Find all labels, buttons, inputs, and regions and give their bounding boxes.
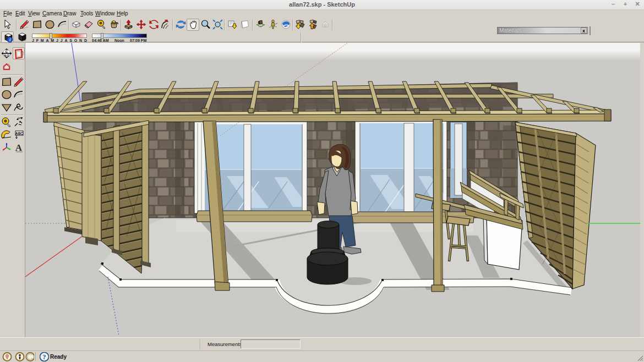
svg-text:C: C — [6, 50, 8, 53]
svg-text:N-S: N-S — [4, 54, 9, 57]
svg-text:ABC: ABC — [15, 131, 23, 135]
svg-text:?: ? — [43, 353, 46, 361]
